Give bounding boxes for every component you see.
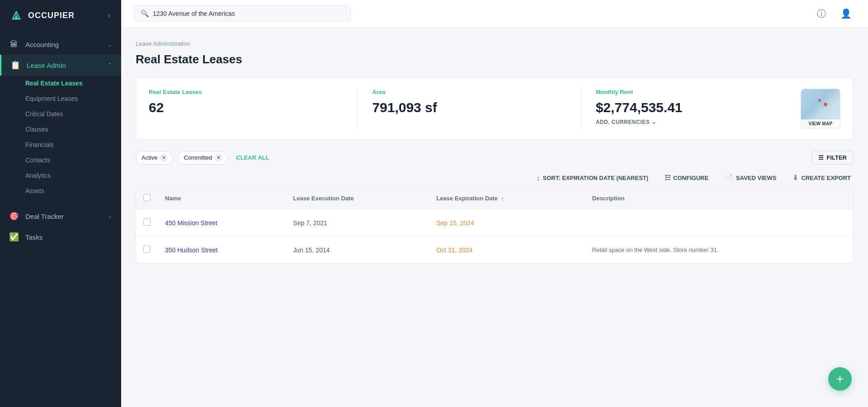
sidebar-item-accounting[interactable]: 🏛 Accounting ⌄ (0, 34, 121, 55)
logo-icon (9, 8, 24, 23)
filter-button[interactable]: ☰ FILTER (811, 151, 854, 165)
stat-divider-2 (581, 89, 581, 128)
name-column-header: Name (158, 188, 286, 209)
area-stat-label: Area (372, 89, 566, 95)
saved-views-button[interactable]: 📄 SAVED VIEWS (722, 172, 779, 184)
user-account-button[interactable]: 👤 (837, 6, 855, 21)
sidebar-item-clauses[interactable]: Clauses (0, 122, 121, 137)
area-stat: Area 791,093 sf (372, 89, 566, 115)
lease-admin-icon: 📋 (10, 60, 20, 70)
sidebar-item-real-estate-leases[interactable]: Real Estate Leases (0, 76, 121, 91)
accounting-icon: 🏛 (9, 40, 19, 49)
monthly-rent-value: $2,774,535.41 (596, 100, 790, 115)
lease-admin-subnav: Real Estate Leases Equipment Leases Crit… (0, 76, 121, 199)
leases-stat: Real Estate Leases 62 (149, 89, 343, 115)
stats-card: Real Estate Leases 62 Area 791,093 sf Mo… (136, 77, 854, 140)
sidebar-item-assets[interactable]: Assets (0, 183, 121, 199)
monthly-rent-label: Monthly Rent (596, 89, 790, 95)
configure-button[interactable]: ☷ CONFIGURE (662, 172, 711, 184)
filter-chip-committed: Committed ✕ (178, 151, 228, 165)
page-title: Real Estate Leases (136, 52, 854, 66)
create-export-button[interactable]: ⇓ CREATE EXPORT (790, 172, 854, 184)
accounting-chevron-icon: ⌄ (108, 42, 112, 48)
row-2-execution-date: Jun 15, 2014 (286, 237, 429, 264)
search-wrapper: 🔍 (134, 5, 351, 22)
sidebar-item-financials[interactable]: Financials (0, 137, 121, 152)
table: Name Lease Execution Date Lease Expirati… (136, 188, 853, 263)
row-1-execution-date: Sep 7, 2021 (286, 209, 429, 237)
sidebar-item-tasks[interactable]: ✅ Tasks (0, 227, 121, 247)
table-row: 350 Hudson Street Jun 15, 2014 Oct 31, 2… (136, 237, 853, 264)
row-1-description (585, 209, 853, 237)
sidebar-item-equipment-leases[interactable]: Equipment Leases (0, 91, 121, 106)
saved-views-icon: 📄 (725, 174, 733, 182)
table-header: Name Lease Execution Date Lease Expirati… (136, 188, 853, 209)
expiration-date-column-header[interactable]: Lease Expiration Date ↑ (429, 188, 585, 209)
remove-committed-filter-button[interactable]: ✕ (215, 154, 222, 161)
filter-row: Active ✕ Committed ✕ CLEAR ALL ☰ FILTER (136, 151, 854, 165)
description-column-header: Description (585, 188, 853, 209)
help-button[interactable]: ⓘ (813, 6, 830, 22)
add-currencies-button[interactable]: ADD. CURRENCIES ⌄ (596, 119, 790, 125)
sidebar-item-analytics[interactable]: Analytics (0, 168, 121, 183)
monthly-rent-stat: Monthly Rent $2,774,535.41 ADD. CURRENCI… (596, 89, 790, 125)
search-icon: 🔍 (141, 9, 149, 18)
row-1-checkbox[interactable] (143, 218, 151, 226)
filter-icon: ☰ (818, 154, 824, 161)
row-2-name[interactable]: 350 Hudson Street (158, 237, 286, 264)
filter-chip-active: Active ✕ (136, 151, 173, 165)
row-1-checkbox-cell (136, 209, 158, 237)
logo-area: OCCUPIER ‹ (0, 0, 121, 31)
export-icon: ⇓ (793, 174, 798, 182)
leases-stat-label: Real Estate Leases (149, 89, 343, 95)
sidebar-item-deal-tracker[interactable]: 🎯 Deal Tracker ⌄ (0, 206, 121, 227)
sidebar-item-critical-dates[interactable]: Critical Dates (0, 106, 121, 122)
topbar: 🔍 ⓘ 👤 (121, 0, 868, 28)
search-input[interactable] (153, 10, 344, 17)
select-all-checkbox[interactable] (143, 194, 151, 201)
lease-admin-chevron-icon: ⌃ (108, 62, 112, 68)
clear-all-filters-button[interactable]: CLEAR ALL (232, 152, 273, 163)
sort-button[interactable]: ↕ SORT: EXPIRATION DATE (NEAREST) (534, 172, 651, 184)
sidebar-item-lease-admin[interactable]: 📋 Lease Admin ⌃ (0, 55, 121, 76)
breadcrumb: Lease Administration (136, 40, 854, 47)
row-2-checkbox-cell (136, 237, 158, 264)
table-actions: ↕ SORT: EXPIRATION DATE (NEAREST) ☷ CONF… (136, 172, 854, 184)
deal-tracker-icon: 🎯 (9, 211, 19, 221)
row-1-name[interactable]: 450 Mission Street (158, 209, 286, 237)
page-content: Lease Administration Real Estate Leases … (121, 28, 868, 407)
row-2-description: Retail space on the West side. Store num… (585, 237, 853, 264)
sidebar-collapse-button[interactable]: ‹ (106, 9, 112, 21)
sidebar-item-contacts[interactable]: Contacts (0, 152, 121, 168)
tasks-icon: ✅ (9, 232, 19, 242)
view-map-button[interactable]: VIEW MAP (801, 89, 840, 128)
row-1-expiration-date: Sep 15, 2024 (429, 209, 585, 237)
deal-tracker-chevron-icon: ⌄ (108, 213, 112, 219)
remove-active-filter-button[interactable]: ✕ (160, 154, 167, 161)
map-pin-2 (818, 99, 821, 102)
sort-arrow-icon: ↑ (501, 196, 504, 201)
leases-stat-value: 62 (149, 100, 343, 115)
table-row: 450 Mission Street Sep 7, 2021 Sep 15, 2… (136, 209, 853, 237)
area-stat-value: 791,093 sf (372, 100, 566, 115)
map-pin-1 (824, 103, 827, 106)
add-currencies-chevron-icon: ⌄ (651, 119, 656, 125)
sidebar: OCCUPIER ‹ 🏛 Accounting ⌄ 📋 Lease Admin … (0, 0, 121, 407)
leases-table: Name Lease Execution Date Lease Expirati… (136, 187, 854, 264)
map-label: VIEW MAP (801, 119, 840, 128)
row-2-expiration-date: Oct 31, 2024 (429, 237, 585, 264)
table-body: 450 Mission Street Sep 7, 2021 Sep 15, 2… (136, 209, 853, 264)
stat-divider-1 (357, 89, 358, 128)
sort-icon: ↕ (537, 174, 540, 182)
select-all-header[interactable] (136, 188, 158, 209)
logo-text: OCCUPIER (28, 11, 75, 20)
add-fab-button[interactable]: + (828, 367, 852, 391)
configure-icon: ☷ (665, 174, 670, 182)
execution-date-column-header: Lease Execution Date (286, 188, 429, 209)
sidebar-nav: 🏛 Accounting ⌄ 📋 Lease Admin ⌃ Real Esta… (0, 31, 121, 407)
row-2-checkbox[interactable] (143, 246, 151, 253)
main-area: 🔍 ⓘ 👤 Lease Administration Real Estate L… (121, 0, 868, 407)
